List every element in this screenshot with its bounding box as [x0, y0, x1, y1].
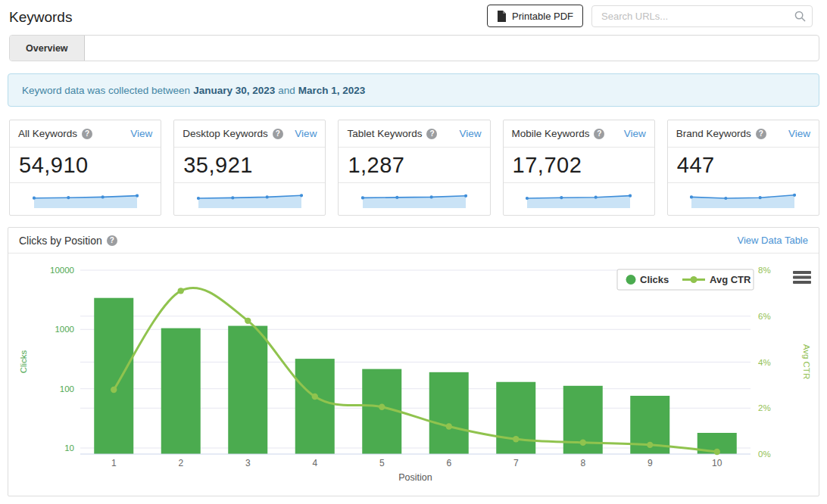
- card-title: Tablet Keywords: [347, 128, 422, 139]
- x-tick: 3: [245, 458, 251, 468]
- avg-ctr-point-position-4[interactable]: [312, 394, 318, 400]
- search-icon[interactable]: [794, 11, 806, 22]
- y-right-axis-title: Avg CTR: [802, 344, 811, 379]
- y-left-tick: 100: [60, 384, 74, 394]
- tab-overview[interactable]: Overview: [10, 36, 85, 61]
- card-value: 54,910: [10, 148, 161, 183]
- pdf-button-label: Printable PDF: [512, 11, 573, 22]
- stat-card-mobile-keywords: Mobile Keywords ? View 17,702: [503, 120, 655, 216]
- legend-avg-ctr-label: Avg CTR: [710, 274, 751, 285]
- date-range-banner: Keyword data was collected between Janua…: [8, 73, 819, 107]
- card-value: 35,921: [174, 148, 325, 183]
- card-value: 1,287: [339, 148, 489, 183]
- avg-ctr-point-position-3[interactable]: [245, 318, 251, 324]
- stat-cards-row: All Keywords ? View 54,910 Desktop Keywo…: [9, 120, 819, 216]
- chart-menu-icon[interactable]: [793, 271, 811, 284]
- legend-clicks-label: Clicks: [640, 274, 669, 285]
- question-icon[interactable]: ?: [594, 129, 604, 139]
- search-input[interactable]: [591, 5, 813, 27]
- card-title: Brand Keywords: [676, 128, 751, 139]
- avg-ctr-line: [114, 288, 717, 452]
- avg-ctr-point-position-9[interactable]: [647, 442, 653, 448]
- clicks-bar-position-3[interactable]: [228, 326, 267, 454]
- tab-overview-label: Overview: [26, 43, 68, 54]
- question-icon[interactable]: ?: [756, 129, 766, 139]
- card-sparkline: [339, 183, 489, 215]
- clicks-by-position-chart: 10000100010010Clicks0%2%4%6%8%Avg CTR123…: [11, 260, 817, 487]
- chart-legend: ClicksAvg CTR: [617, 269, 754, 290]
- avg-ctr-point-position-7[interactable]: [513, 436, 519, 442]
- clicks-bar-position-6[interactable]: [429, 372, 469, 454]
- card-title: All Keywords: [18, 128, 77, 139]
- banner-text-prefix: Keyword data was collected between: [22, 85, 190, 96]
- avg-ctr-point-position-8[interactable]: [580, 440, 586, 446]
- y-right-tick: 4%: [758, 358, 771, 367]
- x-tick: 6: [446, 458, 451, 468]
- card-sparkline: [10, 183, 161, 215]
- question-icon[interactable]: ?: [273, 129, 283, 139]
- card-sparkline: [668, 183, 819, 215]
- view-link[interactable]: View: [295, 128, 317, 139]
- clicks-bar-position-7[interactable]: [496, 382, 535, 454]
- card-value: 17,702: [504, 148, 654, 183]
- stat-card-tablet-keywords: Tablet Keywords ? View 1,287: [338, 120, 490, 216]
- clicks-by-position-panel: Clicks by Position ? View Data Table 100…: [8, 227, 819, 496]
- x-tick: 9: [648, 458, 653, 468]
- question-icon[interactable]: ?: [426, 129, 437, 139]
- page-title: Keywords: [9, 9, 72, 26]
- legend-clicks-marker: [626, 275, 636, 285]
- x-tick: 2: [178, 458, 183, 468]
- x-tick: 4: [312, 458, 317, 468]
- view-link[interactable]: View: [624, 128, 646, 139]
- view-link[interactable]: View: [460, 128, 482, 139]
- page-header: Keywords Printable PDF: [8, 0, 819, 35]
- banner-date-end: March 1, 2023: [298, 85, 366, 96]
- chart-title: Clicks by Position: [19, 235, 102, 247]
- y-right-tick: 8%: [758, 266, 771, 275]
- x-tick: 5: [379, 458, 385, 468]
- avg-ctr-point-position-10[interactable]: [714, 449, 720, 455]
- card-sparkline: [174, 183, 325, 215]
- card-title: Mobile Keywords: [512, 128, 590, 139]
- question-icon[interactable]: ?: [82, 129, 92, 139]
- file-icon: [497, 11, 507, 22]
- avg-ctr-point-position-5[interactable]: [379, 404, 385, 410]
- question-icon[interactable]: ?: [107, 235, 117, 246]
- tab-bar: Overview: [9, 35, 819, 61]
- printable-pdf-button[interactable]: Printable PDF: [487, 5, 583, 27]
- stat-card-brand-keywords: Brand Keywords ? View 447: [667, 120, 819, 216]
- x-axis-title: Position: [398, 472, 432, 483]
- clicks-bar-position-1[interactable]: [94, 298, 133, 454]
- y-left-tick: 10000: [50, 266, 74, 275]
- clicks-bar-position-4[interactable]: [295, 359, 335, 454]
- legend-item-clicks[interactable]: Clicks: [626, 274, 669, 285]
- banner-text-middle: and: [278, 85, 295, 96]
- y-right-tick: 0%: [758, 450, 771, 459]
- x-tick: 1: [111, 458, 117, 468]
- clicks-bar-position-2[interactable]: [161, 328, 201, 454]
- view-link[interactable]: View: [788, 128, 810, 139]
- y-left-tick: 10: [64, 443, 74, 453]
- keywords-dashboard: Keywords Printable PDF Overview Keyword …: [0, 0, 827, 496]
- legend-avg-ctr-marker: [691, 276, 697, 283]
- card-title: Desktop Keywords: [183, 128, 268, 139]
- search-box: [591, 5, 813, 27]
- stat-card-desktop-keywords: Desktop Keywords ? View 35,921: [173, 120, 326, 216]
- y-right-tick: 6%: [758, 312, 771, 321]
- view-link[interactable]: View: [130, 128, 152, 139]
- y-left-axis-title: Clicks: [19, 350, 28, 373]
- card-sparkline: [504, 183, 654, 215]
- x-tick: 8: [580, 458, 585, 468]
- avg-ctr-point-position-1[interactable]: [111, 387, 117, 393]
- stat-card-all-keywords: All Keywords ? View 54,910: [9, 120, 161, 216]
- x-tick: 7: [513, 458, 519, 468]
- x-tick: 10: [712, 458, 722, 468]
- y-left-tick: 1000: [55, 325, 74, 334]
- view-data-table-link[interactable]: View Data Table: [738, 235, 808, 246]
- card-value: 447: [668, 148, 819, 183]
- avg-ctr-point-position-6[interactable]: [446, 423, 452, 429]
- avg-ctr-point-position-2[interactable]: [178, 288, 184, 294]
- y-right-tick: 2%: [758, 403, 771, 412]
- banner-date-start: January 30, 2023: [193, 85, 275, 96]
